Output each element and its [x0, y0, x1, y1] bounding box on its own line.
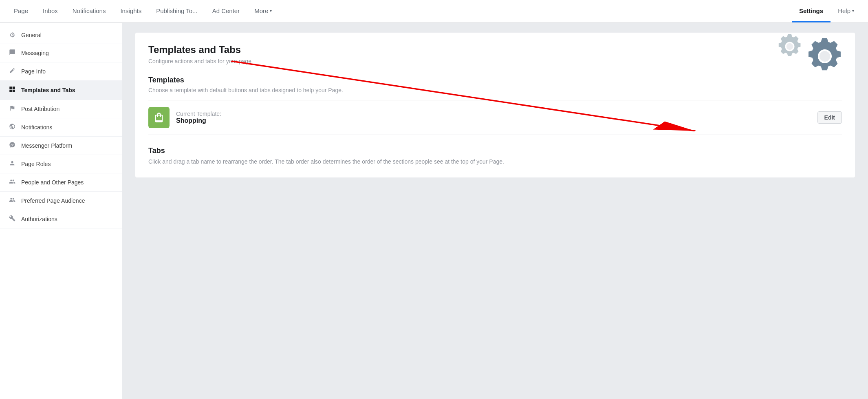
shopping-bag-icon [153, 112, 165, 123]
sidebar-label-page-roles: Page Roles [21, 161, 51, 167]
nav-label-settings: Settings [799, 7, 823, 14]
page-subtitle: Configure actions and tabs for your page [148, 58, 842, 64]
tabs-heading: Tabs [148, 146, 842, 155]
person-icon [8, 160, 16, 168]
nav-label-publishing-tools: Publishing To... [156, 7, 197, 14]
sidebar-item-notifications[interactable]: Notifications [0, 118, 122, 137]
content-card: Templates and Tabs Configure actions and… [135, 33, 855, 177]
templates-description: Choose a template with default buttons a… [148, 87, 842, 93]
nav-item-help[interactable]: Help ▾ [831, 0, 861, 22]
templates-heading: Templates [148, 76, 842, 84]
page-title: Templates and Tabs [148, 44, 842, 55]
nav-item-insights[interactable]: Insights [113, 0, 149, 22]
sidebar-item-messenger-platform[interactable]: Messenger Platform [0, 137, 122, 155]
sidebar-label-post-attribution: Post Attribution [21, 106, 59, 112]
sidebar-label-messenger-platform: Messenger Platform [21, 142, 72, 149]
top-navigation: Page Inbox Notifications Insights Publis… [0, 0, 868, 23]
people-icon [8, 178, 16, 186]
audience-icon [8, 197, 16, 205]
wrench-icon [8, 215, 16, 223]
sidebar-label-general: General [21, 32, 42, 38]
pencil-icon [8, 67, 16, 75]
help-caret-icon: ▾ [852, 9, 854, 13]
main-content: Templates and Tabs Configure actions and… [122, 23, 868, 399]
sidebar-label-page-info: Page Info [21, 68, 46, 75]
template-icon-shopping [148, 107, 170, 128]
chat-icon [8, 49, 16, 57]
main-layout: ⚙ General Messaging Page Info Templates … [0, 23, 868, 399]
globe-icon [8, 123, 16, 131]
sidebar: ⚙ General Messaging Page Info Templates … [0, 23, 122, 399]
sidebar-item-people-and-other-pages[interactable]: People and Other Pages [0, 173, 122, 192]
nav-label-page: Page [14, 7, 28, 14]
nav-label-notifications: Notifications [73, 7, 106, 14]
gear-icon: ⚙ [8, 31, 16, 39]
nav-item-notifications[interactable]: Notifications [65, 0, 113, 22]
sidebar-label-templates-and-tabs: Templates and Tabs [21, 87, 75, 93]
nav-label-ad-center: Ad Center [212, 7, 240, 14]
sidebar-item-page-roles[interactable]: Page Roles [0, 155, 122, 173]
sidebar-item-authorizations[interactable]: Authorizations [0, 210, 122, 228]
sidebar-item-messaging[interactable]: Messaging [0, 44, 122, 62]
nav-label-inbox: Inbox [43, 7, 58, 14]
sidebar-label-notifications: Notifications [21, 124, 52, 131]
sidebar-item-templates-and-tabs[interactable]: Templates and Tabs [0, 81, 122, 100]
tabs-section: Tabs Click and drag a tab name to rearra… [148, 146, 842, 166]
sidebar-label-preferred-page-audience: Preferred Page Audience [21, 197, 85, 204]
sidebar-label-messaging: Messaging [21, 50, 49, 56]
sidebar-label-people-and-other-pages: People and Other Pages [21, 179, 84, 186]
sidebar-label-authorizations: Authorizations [21, 216, 57, 222]
tabs-description: Click and drag a tab name to rearrange t… [148, 157, 842, 166]
nav-item-inbox[interactable]: Inbox [35, 0, 65, 22]
flag-icon [8, 105, 16, 113]
sidebar-item-general[interactable]: ⚙ General [0, 26, 122, 44]
nav-item-settings[interactable]: Settings [792, 0, 831, 22]
templates-section: Templates Choose a template with default… [148, 76, 842, 135]
nav-label-more: More [254, 7, 268, 14]
page-header: Templates and Tabs Configure actions and… [148, 44, 842, 64]
sidebar-item-page-info[interactable]: Page Info [0, 62, 122, 81]
grid-icon [8, 86, 16, 95]
nav-label-help: Help [838, 7, 850, 14]
more-caret-icon: ▾ [270, 9, 272, 13]
template-row: Current Template: Shopping Edit [148, 100, 842, 135]
sidebar-item-post-attribution[interactable]: Post Attribution [0, 100, 122, 118]
nav-item-page[interactable]: Page [7, 0, 35, 22]
edit-template-button[interactable]: Edit [817, 111, 842, 124]
nav-label-insights: Insights [120, 7, 141, 14]
nav-item-ad-center[interactable]: Ad Center [205, 0, 247, 22]
sidebar-item-preferred-page-audience[interactable]: Preferred Page Audience [0, 192, 122, 210]
current-template-label: Current Template: [176, 111, 817, 117]
template-info: Current Template: Shopping [176, 111, 817, 124]
messenger-icon [8, 142, 16, 150]
nav-item-more[interactable]: More ▾ [247, 0, 279, 22]
current-template-name: Shopping [176, 117, 817, 124]
nav-item-publishing-tools[interactable]: Publishing To... [149, 0, 205, 22]
